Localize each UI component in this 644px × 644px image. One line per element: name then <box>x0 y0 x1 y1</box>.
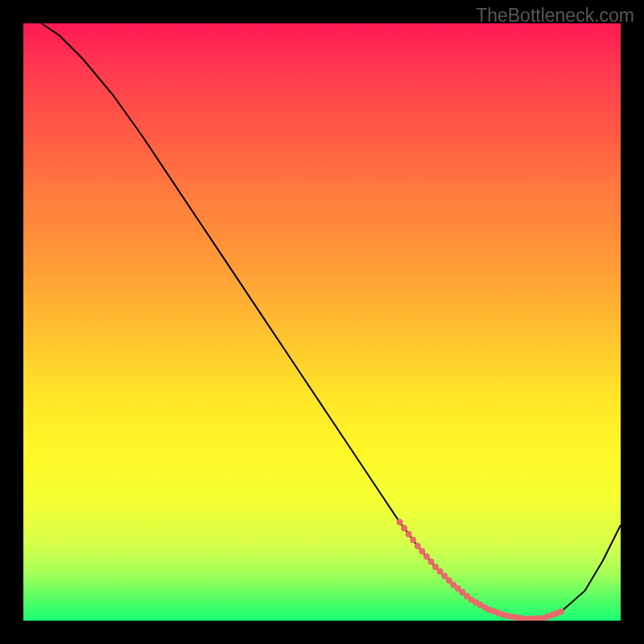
chart-gradient-background <box>23 23 621 621</box>
watermark-text: TheBottleneck.com <box>476 5 634 27</box>
